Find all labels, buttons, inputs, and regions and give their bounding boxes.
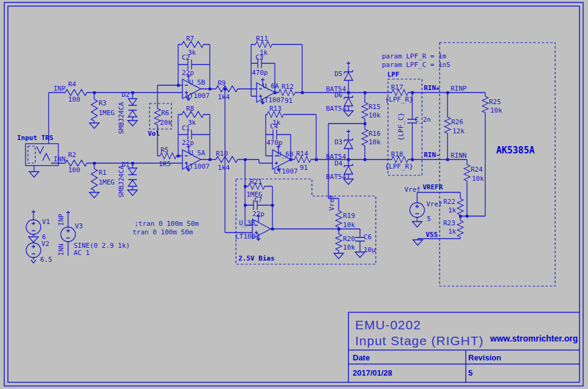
tvs-diode-D1[interactable] (128, 168, 137, 186)
label-vol[interactable]: Vol (148, 130, 160, 138)
vsource-Vref[interactable] (410, 203, 424, 217)
resistor-R16[interactable] (362, 128, 368, 146)
value-r9[interactable]: 1k4 (218, 93, 230, 101)
value-r14[interactable]: 91 (300, 164, 308, 172)
pin-rinp[interactable]: RINP (451, 85, 467, 93)
vsource-V2[interactable] (26, 243, 41, 258)
part-u3b[interactable]: LT1007 (235, 233, 260, 240)
net-vref-small[interactable]: Vref (404, 186, 421, 194)
label-u3b[interactable]: U_3B (239, 219, 255, 227)
label-c7[interactable]: C7 (254, 196, 262, 204)
label-r10[interactable]: R10 (216, 150, 228, 158)
net-vss[interactable]: VSS (426, 231, 438, 239)
value-r22[interactable]: 1k (448, 206, 457, 214)
label-r5[interactable]: R5 (161, 146, 168, 154)
label-r13[interactable]: R13 (269, 105, 282, 113)
resistor-R26[interactable] (444, 116, 451, 134)
net-r19-vref[interactable]: Vref (328, 195, 336, 211)
value-v2[interactable]: 6.5 (40, 256, 52, 264)
label-r11[interactable]: R11 (256, 35, 268, 43)
value-c3[interactable]: 470p (252, 69, 268, 77)
value-r23[interactable]: 1k (448, 228, 457, 236)
net-inn[interactable]: INN (54, 155, 66, 163)
value-r16[interactable]: 10k (368, 138, 381, 146)
label-r20[interactable]: R20 (343, 235, 355, 243)
label-r23[interactable]: R23 (443, 219, 455, 227)
label-r3[interactable]: R3 (99, 99, 106, 107)
resistor-R25[interactable] (482, 95, 488, 113)
label-r9[interactable]: R9 (218, 79, 226, 87)
resistor-R4[interactable] (63, 89, 88, 96)
label-r16[interactable]: R16 (368, 130, 381, 138)
directive-param-r[interactable]: param LPF_R = 1m (382, 52, 446, 60)
resistor-R20[interactable] (336, 233, 342, 251)
label-d6[interactable]: D6 (334, 91, 342, 99)
label-d4[interactable]: D4 (334, 159, 343, 167)
diodes[interactable] (128, 70, 353, 186)
tvs-diode-D2[interactable] (128, 99, 137, 117)
value-r3[interactable]: 1MEG (99, 109, 115, 117)
label-c3[interactable]: C3 (255, 54, 263, 61)
resistor-R15[interactable] (362, 101, 368, 119)
pin-rinn[interactable]: RINN (451, 152, 467, 159)
schematic-sheet[interactable]: Input TRS INP INN R4 100 R2 100 R3 1MEG … (0, 0, 588, 389)
value-r17[interactable]: {LPF_R} (385, 96, 413, 103)
resistor-R1[interactable] (91, 167, 97, 191)
label-v1[interactable]: V1 (42, 218, 50, 226)
label-r6[interactable]: R6 (161, 109, 169, 117)
label-r21[interactable]: R21 (250, 178, 262, 186)
label-r25[interactable]: R25 (489, 98, 501, 106)
label-r7[interactable]: R7 (186, 35, 194, 43)
schottky-D5[interactable] (344, 70, 353, 80)
label-input-trs[interactable]: Input TRS (17, 134, 54, 142)
value-r4[interactable]: 100 (68, 96, 80, 103)
value-r20[interactable]: 10k (343, 244, 355, 251)
value-c7[interactable]: 22p (252, 210, 265, 218)
wire-net[interactable] (31, 44, 485, 263)
part-d4[interactable]: BAT54 (326, 173, 346, 181)
label-u5a[interactable]: U_5A (189, 149, 206, 157)
chip-name[interactable]: AK5385A (496, 145, 534, 156)
part-d1[interactable]: SMBJ24CA (117, 165, 125, 197)
vsource-V3[interactable] (61, 227, 75, 242)
net-v3-inp[interactable]: INP (57, 214, 65, 226)
label-r4[interactable]: R4 (68, 80, 77, 88)
resistor-R23[interactable] (457, 219, 463, 237)
label-r24[interactable]: R24 (471, 166, 483, 173)
label-c1[interactable]: C1 (182, 124, 190, 132)
value-c2n[interactable]: {LPF_C} (397, 113, 405, 141)
value-r1[interactable]: 1MEG (99, 178, 115, 186)
part-d2[interactable]: SMBJ24CA (117, 102, 125, 134)
schematic-canvas[interactable]: Input TRS INP INN R4 100 R2 100 R3 1MEG … (0, 0, 588, 389)
label-r22[interactable]: R22 (443, 198, 455, 206)
label-r2[interactable]: R2 (68, 151, 76, 159)
vsource-V1[interactable] (26, 220, 41, 234)
label-r15[interactable]: R15 (368, 103, 381, 111)
label-v2[interactable]: V2 (41, 240, 49, 248)
label-bias-box[interactable]: 2.5V Bias (238, 254, 275, 262)
label-u5b[interactable]: U_5B (189, 79, 206, 86)
resistor-R19[interactable] (336, 209, 342, 228)
part-u6b[interactable]: LT1007 (274, 167, 298, 175)
value-r10[interactable]: 1k4 (218, 164, 230, 172)
part-u6a[interactable]: LT1007 (260, 96, 285, 104)
value-r5[interactable]: 1R5 (159, 160, 171, 168)
resistor-R24[interactable] (464, 163, 470, 181)
label-r18[interactable]: R18 (391, 150, 403, 158)
directive-tran[interactable]: tran 0 100m 50m (133, 228, 193, 236)
label-r19[interactable]: R19 (343, 212, 355, 220)
value-c4[interactable]: 470p (266, 139, 283, 147)
resistor-R3[interactable] (91, 97, 97, 122)
label-r1[interactable]: R1 (99, 169, 106, 177)
directive-param-c[interactable]: param LPF_C = 1n5 (382, 61, 451, 69)
directive-tran-comment[interactable]: ;tran 0 100m 50m (134, 220, 199, 228)
value-c1[interactable]: 22p (182, 139, 194, 147)
part-u5b[interactable]: LT1007 (185, 92, 210, 100)
value-r15[interactable]: 10k (368, 111, 381, 119)
label-r14[interactable]: R14 (296, 150, 308, 158)
resistor-R2[interactable] (63, 160, 88, 166)
part-d6[interactable]: BAT54 (326, 105, 346, 113)
label-r17[interactable]: R17 (391, 83, 403, 91)
net-v3-inn[interactable]: INN (57, 244, 65, 256)
value-r24[interactable]: 10k (472, 175, 484, 183)
